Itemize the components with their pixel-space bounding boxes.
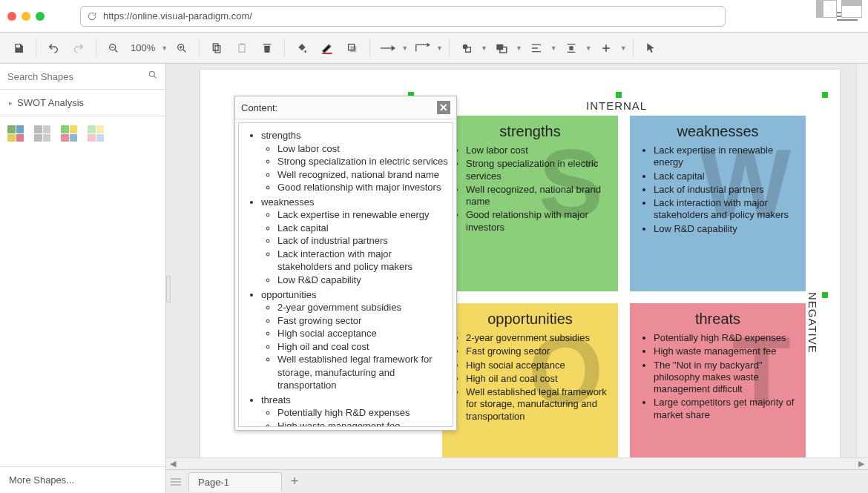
conn-dropdown-1[interactable]: ▼ [401,44,408,52]
popup-item: High oil and coal cost [277,340,448,354]
window-controls [7,12,45,21]
address-bar[interactable]: https://online.visual-paradigm.com/ [80,6,726,27]
threats-list: Potentially high R&D expensesHigh waste … [640,332,795,421]
popup-item: Well established legal framework for sto… [277,353,448,392]
list-item: Well established legal framework for sto… [466,386,608,423]
selection-handle[interactable] [822,292,828,298]
popup-item: Potentially high R&D expenses [277,406,448,420]
conn-dropdown-2[interactable]: ▼ [436,44,443,52]
swot-template-3[interactable] [61,125,77,142]
zoom-out-button[interactable] [102,38,125,59]
list-item: Low labor cost [466,145,608,156]
canvas-area: INTERNAL EXTERNAL POSITIVE NEGATIVE S st… [166,64,868,493]
svg-point-14 [149,71,154,76]
search-input[interactable] [7,71,148,82]
content-popup[interactable]: Content: ✕ strengthsLow labor costStrong… [234,96,457,431]
foreground-button[interactable] [456,38,478,59]
popup-item: Low labor cost [277,142,448,156]
add-button[interactable] [595,38,617,59]
weaknesses-list: Lack expertise in renewable energyLack c… [640,145,795,235]
undo-button[interactable] [42,38,65,59]
list-item: High waste management fee [654,345,795,357]
shapes-palette [0,116,165,150]
tabs-grip[interactable] [171,478,181,486]
popup-item: Lack of industrial partners [277,234,448,248]
connection-straight-button[interactable] [376,38,398,59]
layer-dropdown[interactable]: ▼ [516,44,522,52]
svg-rect-4 [239,44,245,52]
list-item: Strong specialization in electric servic… [466,158,608,182]
swot-template-1[interactable] [7,125,24,142]
vertical-scrollbar[interactable] [856,64,868,457]
page-tab-1[interactable]: Page-1 [188,472,282,492]
copy-button[interactable] [206,38,228,59]
svg-rect-8 [351,46,357,52]
layer-button[interactable] [490,38,513,59]
url-text: https://online.visual-paradigm.com/ [103,10,252,21]
axis-negative: NEGATIVE [806,292,819,354]
minimize-window[interactable] [22,12,30,21]
dist-dropdown[interactable]: ▼ [585,44,592,52]
align-button[interactable] [525,38,548,59]
weaknesses-title: weaknesses [640,123,795,140]
swot-grid[interactable]: S strengths Low labor costStrong special… [442,116,806,469]
paste-button[interactable] [231,38,253,59]
threats-quadrant[interactable]: T threats Potentially high R&D expensesH… [630,303,806,469]
redo-button[interactable] [68,38,90,59]
format-panel-toggle[interactable] [816,0,837,18]
list-item: Well recognized, national brand name [466,184,608,208]
maximize-window[interactable] [36,12,45,21]
opportunities-quadrant[interactable]: O opportunities 2-year government subsid… [442,303,618,469]
swot-template-4[interactable] [88,125,104,142]
align-dropdown[interactable]: ▼ [550,44,557,52]
add-dropdown[interactable]: ▼ [620,44,627,52]
line-color-button[interactable] [316,38,338,59]
opportunities-list: 2-year government subsidiesFast growing … [453,332,608,423]
svg-rect-6 [322,53,332,54]
search-icon[interactable] [148,70,158,83]
list-item: Large competitors get majority of market… [654,397,795,421]
popup-item: Strong specialization in electric servic… [277,155,448,168]
popup-item: 2-year government subsidies [277,301,448,314]
sidebar-category[interactable]: ▸ SWOT Analysis [0,90,165,116]
popup-item: Lack expertise in renewable energy [277,208,448,222]
horizontal-scrollbar[interactable]: ◀ ▶ [166,457,868,469]
axis-internal: INTERNAL [586,99,647,112]
popup-item: Lack capital [277,222,448,235]
threats-title: threats [640,311,795,328]
strengths-quadrant[interactable]: S strengths Low labor costStrong special… [442,116,618,291]
chevron-down-icon: ▸ [9,99,13,107]
diagram-page[interactable]: INTERNAL EXTERNAL POSITIVE NEGATIVE S st… [200,70,840,469]
selection-handle[interactable] [616,92,622,98]
pointer-button[interactable] [640,38,662,59]
selection-handle[interactable] [822,92,828,98]
zoom-in-button[interactable] [171,38,193,59]
more-shapes-link[interactable]: More Shapes... [0,466,165,493]
popup-body[interactable]: strengthsLow labor costStrong specializa… [238,122,453,427]
toolbar: 100% ▼ ▼ ▼ ▼ ▼ ▼ ▼ ▼ [0,33,868,64]
zoom-dropdown-icon[interactable]: ▼ [161,44,168,52]
popup-section: opportunities2-year government subsidies… [261,288,448,392]
weaknesses-quadrant[interactable]: W weaknesses Lack expertise in renewable… [630,116,806,291]
save-button[interactable] [7,38,30,59]
close-window[interactable] [7,12,16,21]
popup-section: strengthsLow labor costStrong specializa… [261,129,448,194]
outline-panel-toggle[interactable] [841,0,862,18]
popup-close-button[interactable]: ✕ [437,101,450,114]
list-item: Lack capital [654,171,795,182]
swot-template-2[interactable] [34,125,50,142]
list-item: 2-year government subsidies [466,332,608,344]
list-item: Good relationship with major investors [466,209,608,234]
connection-orthogonal-button[interactable] [411,38,433,59]
fill-color-button[interactable] [291,38,313,59]
fg-dropdown[interactable]: ▼ [481,44,487,52]
delete-button[interactable] [256,38,278,59]
distribute-button[interactable] [560,38,582,59]
zoom-level[interactable]: 100% [128,42,158,53]
popup-item: High waste management fee [277,420,448,427]
sidebar: ▸ SWOT Analysis More Shapes... [0,64,166,493]
shadow-button[interactable] [341,38,364,59]
list-item: High social acceptance [466,360,608,371]
svg-rect-5 [240,43,243,45]
add-page-button[interactable]: + [285,474,304,490]
